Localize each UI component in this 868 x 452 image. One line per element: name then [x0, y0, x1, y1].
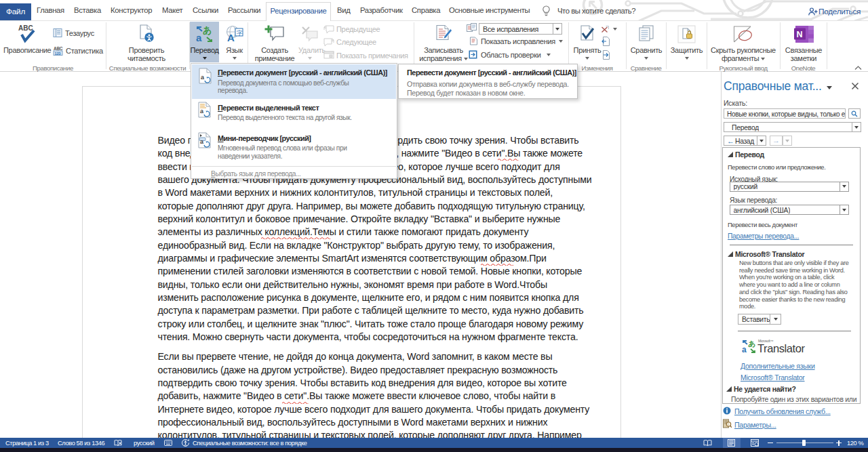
svg-text:あ: あ — [748, 340, 755, 348]
svg-text:ABC: ABC — [54, 46, 63, 51]
svg-text:ABC: ABC — [18, 24, 33, 32]
svg-text:a: a — [742, 345, 747, 354]
svg-text:А: А — [227, 32, 235, 43]
svg-text:あ: あ — [203, 25, 212, 35]
svg-text:字: 字 — [237, 29, 243, 36]
svg-text:123: 123 — [55, 52, 62, 56]
svg-text:N: N — [796, 30, 802, 39]
svg-text:а: а — [196, 32, 202, 43]
